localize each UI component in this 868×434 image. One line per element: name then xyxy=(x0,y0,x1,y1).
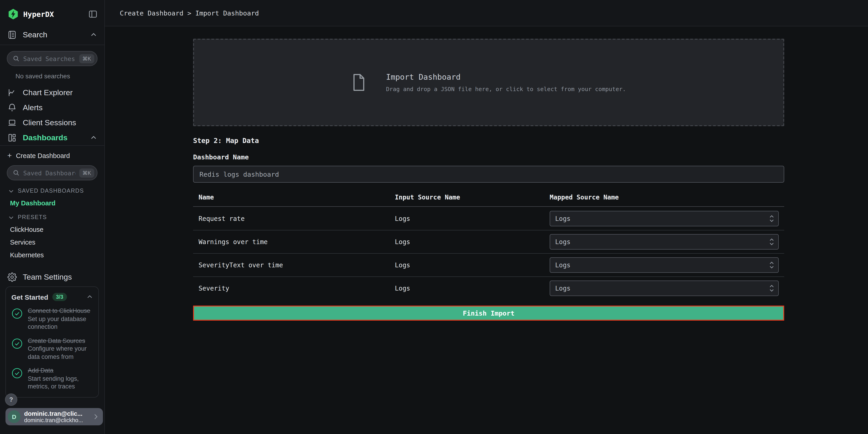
user-name: dominic.tran@clic... xyxy=(24,410,88,417)
user-email: dominic.tran@clickho... xyxy=(24,417,88,423)
sidebar-nav: Chart Explorer Alerts Client Sessions Da… xyxy=(0,85,104,145)
finish-import-button[interactable]: Finish Import xyxy=(193,306,784,320)
selected-value: Logs xyxy=(555,238,570,245)
get-started-title: Get Started xyxy=(11,293,48,301)
sidebar-item-team-settings[interactable]: Team Settings xyxy=(0,270,104,285)
app-window: HyperDX Search ⌘K No save xyxy=(0,0,868,434)
sidebar-item-chart-explorer[interactable]: Chart Explorer xyxy=(0,85,104,100)
step-title: Create Data Sources xyxy=(28,337,93,345)
select-chevrons-icon xyxy=(769,260,775,270)
dashboard-grid-icon xyxy=(7,133,17,143)
selected-value: Logs xyxy=(555,285,570,292)
row-name: Request rate xyxy=(193,215,395,222)
row-name: Severity xyxy=(193,285,395,292)
sidebar: HyperDX Search ⌘K No save xyxy=(0,0,105,434)
sidebar-item-alerts[interactable]: Alerts xyxy=(0,100,104,115)
mapped-source-select[interactable]: Logs xyxy=(550,281,779,296)
sidebar-divider xyxy=(0,44,104,45)
chevron-up-icon[interactable] xyxy=(90,31,97,38)
shortcut-badge: ⌘K xyxy=(79,168,94,177)
sidebar-section-search[interactable]: Search xyxy=(0,30,104,40)
shortcut-badge: ⌘K xyxy=(79,54,94,63)
get-started-item-sources[interactable]: Create Data Sources Configure where your… xyxy=(11,337,93,361)
check-circle-icon xyxy=(11,338,23,361)
row-name: Warnings over time xyxy=(193,238,395,245)
chevron-down-icon xyxy=(8,214,14,220)
selected-value: Logs xyxy=(555,215,570,222)
sidebar-item-client-sessions[interactable]: Client Sessions xyxy=(0,115,104,130)
saved-dashboards-search[interactable]: ⌘K xyxy=(7,165,97,180)
sidebar-item-my-dashboard[interactable]: My Dashboard xyxy=(10,199,97,207)
progress-badge: 3/3 xyxy=(52,293,67,301)
get-started-item-add-data[interactable]: Add Data Start sending logs, metrics, or… xyxy=(11,367,93,391)
mapped-source-select[interactable]: Logs xyxy=(550,257,779,273)
mapped-source-select[interactable]: Logs xyxy=(550,234,779,250)
table-row: Warnings over time Logs Logs xyxy=(193,230,784,253)
gear-icon xyxy=(7,272,17,282)
column-header-name: Name xyxy=(193,193,395,201)
presets-section-header[interactable]: PRESETS xyxy=(8,214,97,220)
user-account-chip[interactable]: D dominic.tran@clic... dominic.tran@clic… xyxy=(5,408,103,425)
dashboard-name-input[interactable] xyxy=(193,166,784,183)
row-input-source: Logs xyxy=(395,215,550,222)
saved-searches-input[interactable] xyxy=(23,55,75,62)
table-row: Severity Logs Logs xyxy=(193,276,784,300)
no-saved-searches-note: No saved searches xyxy=(16,72,104,80)
sidebar-item-clickhouse[interactable]: ClickHouse xyxy=(10,226,97,233)
bell-icon xyxy=(7,103,17,113)
search-icon xyxy=(13,55,20,62)
breadcrumb[interactable]: Create Dashboard > Import Dashboard xyxy=(120,9,259,17)
column-header-mapped-source: Mapped Source Name xyxy=(550,193,784,201)
help-button[interactable]: ? xyxy=(5,394,17,406)
sidebar-item-dashboards[interactable]: Dashboards xyxy=(0,130,104,145)
sidebar-divider xyxy=(0,145,104,146)
saved-dashboards-input[interactable] xyxy=(23,169,75,177)
chevron-up-icon[interactable] xyxy=(87,294,93,300)
panel-left-icon xyxy=(88,9,98,19)
file-icon xyxy=(351,72,366,92)
plus-icon: + xyxy=(7,152,12,159)
json-file-dropzone[interactable]: Import Dashboard Drag and drop a JSON fi… xyxy=(193,39,784,126)
saved-dashboards-section-header[interactable]: SAVED DASHBOARDS xyxy=(8,188,97,194)
import-dashboard-page: Import Dashboard Drag and drop a JSON fi… xyxy=(105,26,868,434)
row-input-source: Logs xyxy=(395,285,550,292)
select-chevrons-icon xyxy=(769,284,775,293)
nav-label: Alerts xyxy=(23,103,42,112)
get-started-header[interactable]: Get Started 3/3 xyxy=(11,293,93,301)
row-input-source: Logs xyxy=(395,238,550,245)
mapped-source-select[interactable]: Logs xyxy=(550,211,779,226)
dropzone-subtitle: Drag and drop a JSON file here, or click… xyxy=(386,86,626,92)
topbar: Create Dashboard > Import Dashboard xyxy=(105,0,868,26)
select-chevrons-icon xyxy=(769,214,775,223)
search-icon xyxy=(13,169,20,176)
line-chart-icon xyxy=(7,88,17,97)
step-title: Connect to ClickHouse xyxy=(28,307,93,315)
step-label: Step 2: Map Data xyxy=(193,136,784,145)
selected-value: Logs xyxy=(555,261,570,269)
step-description: Start sending logs, metrics, or traces xyxy=(28,375,93,391)
chevron-down-icon xyxy=(8,188,14,194)
create-dashboard-button[interactable]: + Create Dashboard xyxy=(7,152,97,159)
app-logo[interactable]: HyperDX xyxy=(7,8,54,20)
nav-label: Chart Explorer xyxy=(23,88,73,97)
create-dashboard-label: Create Dashboard xyxy=(16,152,70,159)
table-row: SeverityText over time Logs Logs xyxy=(193,253,784,276)
chevron-up-icon[interactable] xyxy=(90,134,97,141)
select-chevrons-icon xyxy=(769,237,775,246)
journal-icon xyxy=(7,30,17,40)
check-circle-icon xyxy=(11,368,23,391)
get-started-item-connect[interactable]: Connect to ClickHouse Set up your databa… xyxy=(11,307,93,331)
column-header-input-source: Input Source Name xyxy=(395,193,550,201)
sidebar-item-services[interactable]: Services xyxy=(10,239,97,246)
chevron-right-icon xyxy=(92,413,99,420)
sidebar-collapse-button[interactable] xyxy=(88,9,98,19)
mapping-table-header: Name Input Source Name Mapped Source Nam… xyxy=(193,187,784,207)
dashboard-name-label: Dashboard Name xyxy=(193,153,784,161)
saved-searches-search[interactable]: ⌘K xyxy=(7,51,97,66)
sidebar-item-kubernetes[interactable]: Kubernetes xyxy=(10,251,97,259)
table-row: Request rate Logs Logs xyxy=(193,207,784,230)
get-started-panel: Get Started 3/3 Connect to ClickHouse Se… xyxy=(5,286,99,398)
sidebar-header: HyperDX xyxy=(0,0,104,20)
check-circle-icon xyxy=(11,308,23,331)
step-title: Add Data xyxy=(28,367,93,375)
